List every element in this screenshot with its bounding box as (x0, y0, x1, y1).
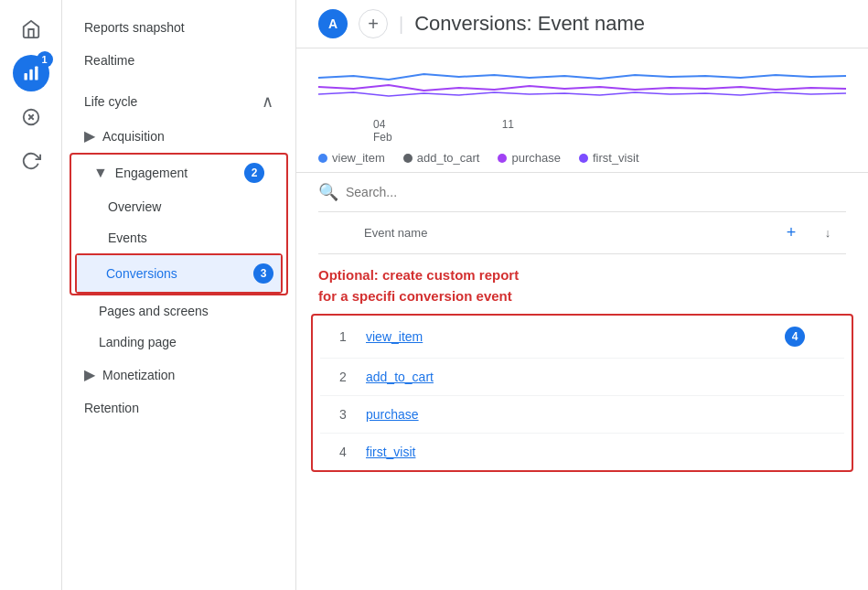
table-row: 2 add_to_cart (320, 359, 844, 396)
main-header: A + | Conversions: Event name (296, 0, 868, 48)
table-header: Event name + ↓ (318, 212, 846, 254)
acquisition-label: Acquisition (102, 129, 165, 144)
table-rows-highlight: 1 view_item 4 2 add_to_cart (311, 314, 853, 472)
sidebar-item-retention[interactable]: Retention (62, 392, 295, 424)
col-arrow-header[interactable]: ↓ (809, 226, 846, 240)
legend-first-visit-label: first_visit (593, 151, 639, 165)
chart-legend: view_item add_to_cart purchase first_vis… (318, 151, 846, 165)
engagement-badge: 2 (244, 163, 264, 183)
table-badge-4: 4 (785, 327, 805, 347)
monetization-group[interactable]: ▶ Monetization (62, 358, 295, 392)
monetization-label: Monetization (102, 368, 175, 382)
row-4-event: first_visit (366, 445, 771, 459)
chart-svg (318, 59, 846, 114)
main-content: A + | Conversions: Event name 04Feb 11 (296, 0, 868, 590)
advertising-icon[interactable] (13, 143, 49, 179)
reports-icon[interactable]: 1 (13, 55, 49, 91)
engagement-group[interactable]: ▼ Engagement 2 (71, 155, 286, 191)
date-11: 11 (502, 118, 514, 144)
engagement-label: Engagement (115, 166, 188, 180)
reports-badge: 1 (37, 51, 53, 68)
search-bar: 🔍 (318, 173, 846, 212)
legend-purchase: purchase (498, 151, 560, 165)
acquisition-arrow: ▶ (84, 127, 95, 145)
legend-view-item-label: view_item (332, 151, 385, 165)
acquisition-group[interactable]: ▶ Acquisition (62, 119, 295, 153)
sidebar-item-realtime[interactable]: Realtime (62, 44, 295, 77)
optional-text: Optional: create custom report for a spe… (318, 254, 846, 314)
table-row: 3 purchase (320, 396, 844, 434)
legend-add-to-cart-label: add_to_cart (417, 151, 480, 165)
row-2-num: 2 (320, 370, 366, 384)
icon-sidebar: 1 (0, 0, 62, 590)
conversions-badge: 3 (253, 263, 273, 284)
purchase-link[interactable]: purchase (366, 407, 419, 422)
engagement-section: ▼ Engagement 2 Overview Events Conversio… (70, 153, 288, 295)
table-area: 🔍 Event name + ↓ Optional: create custom… (296, 173, 868, 590)
add-to-cart-dot (403, 154, 413, 163)
row-3-num: 3 (320, 407, 366, 422)
table-row: 1 view_item 4 (320, 316, 844, 359)
sidebar-item-conversions[interactable]: Conversions 3 (77, 255, 281, 292)
landing-label: Landing page (99, 335, 177, 349)
legend-purchase-label: purchase (511, 151, 560, 165)
table-row: 4 first_visit (320, 434, 844, 470)
add-to-cart-link[interactable]: add_to_cart (366, 370, 434, 384)
nav-sidebar: Reports snapshot Realtime Life cycle ∧ ▶… (62, 0, 296, 590)
first-visit-link[interactable]: first_visit (366, 445, 415, 459)
page-title: Conversions: Event name (414, 12, 645, 36)
legend-first-visit: first_visit (579, 151, 639, 165)
lifecycle-section[interactable]: Life cycle ∧ (62, 80, 295, 119)
chart-area: 04Feb 11 view_item add_to_cart purchase (296, 48, 868, 173)
col-event-header: Event name (364, 226, 773, 240)
row-3-event: purchase (366, 407, 771, 422)
legend-view-item: view_item (318, 151, 385, 165)
explore-icon[interactable] (13, 99, 49, 135)
sidebar-item-events[interactable]: Events (71, 222, 286, 253)
search-input[interactable] (346, 185, 846, 199)
add-button[interactable]: + (359, 9, 388, 38)
pages-label: Pages and screens (99, 304, 209, 318)
row-2-event: add_to_cart (366, 370, 771, 384)
sidebar-item-pages[interactable]: Pages and screens (62, 295, 295, 327)
purchase-dot (498, 154, 507, 163)
first-visit-dot (579, 154, 588, 163)
badge-4-container: 4 (771, 327, 808, 347)
sidebar-item-landing[interactable]: Landing page (62, 327, 295, 358)
chart-dates: 04Feb 11 (318, 118, 846, 144)
lifecycle-chevron: ∧ (262, 91, 273, 112)
row-4-num: 4 (320, 445, 366, 459)
conversions-highlight: Conversions 3 (75, 253, 283, 294)
content-wrapper: 04Feb 11 view_item add_to_cart purchase (296, 48, 868, 590)
row-1-num: 1 (320, 329, 366, 344)
col-plus-header[interactable]: + (773, 223, 809, 242)
view-item-dot (318, 154, 327, 163)
date-feb4: 04Feb (373, 118, 392, 144)
svg-rect-1 (29, 70, 32, 80)
engagement-arrow: ▼ (93, 165, 108, 181)
conversions-label: Conversions (106, 266, 177, 281)
avatar-button[interactable]: A (318, 9, 348, 38)
overview-label: Overview (108, 199, 161, 214)
sidebar-item-reports-snapshot[interactable]: Reports snapshot (62, 11, 295, 44)
sidebar-item-overview[interactable]: Overview (71, 191, 286, 222)
home-icon[interactable] (13, 11, 49, 48)
events-label: Events (108, 231, 147, 245)
svg-rect-0 (24, 73, 27, 80)
view-item-link[interactable]: view_item (366, 329, 423, 344)
legend-add-to-cart: add_to_cart (403, 151, 480, 165)
search-icon: 🔍 (318, 182, 338, 202)
monetization-arrow: ▶ (84, 366, 95, 383)
lifecycle-label: Life cycle (84, 94, 137, 109)
row-1-event: view_item (366, 329, 771, 344)
svg-rect-2 (35, 67, 38, 80)
header-divider: | (399, 14, 403, 35)
